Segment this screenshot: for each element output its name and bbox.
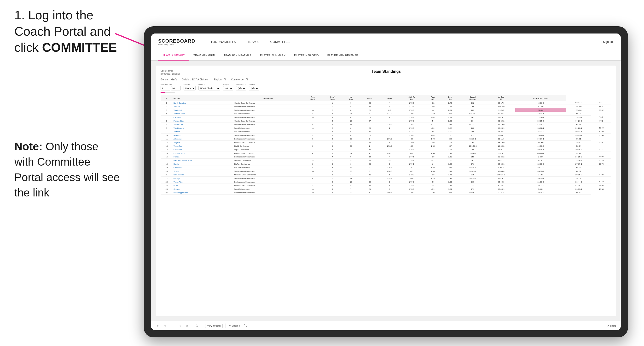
cell-col-5: 7 [342, 187, 360, 191]
cell-col-4: 2 [322, 148, 342, 152]
cell-col-7: 2 [380, 180, 400, 184]
cell-col-6: 18 [360, 116, 380, 119]
filter-region-label: Region: [214, 78, 222, 81]
min-rounds-input-2[interactable] [171, 86, 181, 90]
cell-col-10: 1.55 [442, 159, 459, 162]
school-select[interactable]: (All) [249, 86, 259, 90]
cell-col-15: 48.38 [591, 187, 611, 191]
cell-col-9: — [424, 148, 442, 152]
step-number: 1. [14, 8, 25, 22]
school-link[interactable]: East Tennessee State [174, 159, 192, 162]
paste-icon[interactable]: ⎙ [184, 324, 189, 328]
sub-nav-team-summary[interactable]: TEAM SUMMARY [158, 50, 189, 61]
cell-col-5: 9 [342, 105, 360, 108]
gender-select[interactable]: Men's [184, 86, 196, 90]
cell-rank: 2 [160, 105, 172, 108]
cell-col-8: 275.7 [400, 119, 424, 123]
school-link[interactable]: Duke [174, 184, 178, 187]
cell-col-10: 2.88 [442, 105, 459, 108]
nav-item-tournaments[interactable]: TOURNAMENTS [205, 33, 242, 50]
min-rounds-input-1[interactable] [160, 86, 170, 90]
cell-col-11: 269 [459, 180, 487, 184]
table-row: 19CaliforniaPac-12 Conference48242278.2-… [160, 166, 611, 170]
share-button[interactable]: ↗ Share [607, 325, 616, 327]
school-link[interactable]: Oklahoma [174, 149, 182, 151]
cell-col-4: 8 [322, 137, 342, 141]
school-link[interactable]: Alabama [174, 134, 181, 136]
division-select[interactable]: NCAA Division I [198, 86, 220, 90]
cell-col-15: 60.21 [591, 148, 611, 152]
col-conf-rank: ConfRank [322, 95, 342, 101]
nav-item-committee[interactable]: COMMITTEE [264, 33, 296, 50]
cell-rank: 18 [160, 162, 172, 166]
nav-item-teams[interactable]: TEAMS [242, 33, 264, 50]
school-link[interactable]: Texas A&M [174, 181, 183, 183]
school-link[interactable]: Mississippi State [174, 192, 188, 194]
sub-nav-team-h2h-grid[interactable]: TEAM H2H GRID [189, 50, 219, 61]
cell-school: Auburn [172, 105, 233, 108]
school-link[interactable]: Florida State [174, 120, 184, 122]
cell-col-9: -5.1 [424, 159, 442, 162]
school-link[interactable]: Vanderbilt [174, 109, 182, 111]
back-icon[interactable]: ← [170, 324, 174, 328]
school-link[interactable]: Auburn [174, 106, 180, 108]
cell-col-11: 268 [459, 141, 487, 144]
school-link[interactable]: Georgia [174, 177, 180, 179]
cell-col-8: 276.3 [400, 126, 424, 130]
view-original-button[interactable]: View: Original [205, 324, 223, 328]
cell-col-13: 43-19-0 [515, 123, 566, 126]
conference-select[interactable]: (All) [236, 86, 246, 90]
school-link[interactable]: Virginia [174, 141, 180, 144]
cell-col-15: 89.11 [591, 101, 611, 105]
cell-col-3: 4 [303, 152, 322, 155]
cell-col-10: 1.30 [442, 180, 459, 184]
undo-icon[interactable]: ↩ [156, 324, 160, 328]
school-link[interactable]: California [174, 167, 182, 169]
cell-col-13: 33-38-4 [515, 170, 566, 173]
sub-nav-player-h2h-heatmap[interactable]: PLAYER H2H HEATMAP [323, 50, 362, 61]
school-link[interactable]: Florida [174, 156, 179, 158]
min-rounds-slider[interactable] [160, 92, 175, 93]
cell-col-4: 1 [322, 105, 342, 108]
copy-icon[interactable]: ⎘ [177, 324, 182, 328]
update-time-value: 27/03/2024 16:56:26 [160, 72, 180, 76]
school-link[interactable]: Illinois [174, 163, 179, 165]
school-link[interactable]: Tennessee [174, 124, 183, 126]
filter-row: Gender: Men's Division: NCAA Division I … [160, 78, 611, 81]
redo-icon[interactable]: ↪ [163, 324, 167, 328]
cell-conference: Big 12 Conference [233, 144, 303, 148]
cell-col-5: 9 [342, 155, 360, 159]
school-link[interactable]: Texas [174, 170, 178, 172]
cell-rank: 9 [160, 130, 172, 134]
cell-col-6: 30 [360, 180, 380, 184]
cell-col-12: 96-29-2 [487, 119, 515, 123]
app-container: SCOREBOARD Powered by clippd TOURNAMENTS… [151, 33, 621, 330]
region-select[interactable]: N/A [223, 86, 233, 90]
clock-icon[interactable]: ⏱ [195, 324, 199, 328]
table-row: 8WashingtonPac-12 Conference—28231276.3-… [160, 126, 611, 130]
sign-out-button[interactable]: Sign out [602, 40, 614, 43]
watch-button[interactable]: 👁 Watch ▾ [229, 325, 240, 327]
school-control-label: School [249, 83, 259, 85]
filter-gender-label: Gender: [160, 78, 169, 81]
school-link[interactable]: Arizona State [174, 113, 185, 115]
cell-col-9: -2.0 [424, 180, 442, 184]
cell-col-10: 1.39 [442, 184, 459, 187]
cell-col-8: 278.7 [400, 184, 424, 187]
top-nav: SCOREBOARD Powered by clippd TOURNAMENTS… [151, 33, 621, 50]
expand-icon[interactable]: ⛶ [243, 324, 247, 328]
cell-col-4: 8 [322, 170, 342, 173]
sub-nav-team-h2h-heatmap[interactable]: TEAM H2H HEATMAP [219, 50, 256, 61]
school-link[interactable]: Arkansas [174, 138, 182, 140]
school-link[interactable]: Ole Miss [174, 116, 181, 118]
school-link[interactable]: Arizona [174, 131, 180, 133]
school-link[interactable]: Washington [174, 127, 184, 129]
col-wins: Wins [380, 95, 400, 101]
school-link[interactable]: Oregon [174, 188, 180, 190]
sub-nav-player-summary[interactable]: PLAYER SUMMARY [256, 50, 290, 61]
school-link[interactable]: Georgia Tech [174, 152, 185, 154]
school-link[interactable]: North Carolina [174, 102, 186, 104]
school-link[interactable]: New Mexico [174, 174, 184, 176]
school-link[interactable]: Texas Tech [174, 145, 183, 147]
sub-nav-player-h2h-grid[interactable]: PLAYER H2H GRID [290, 50, 323, 61]
